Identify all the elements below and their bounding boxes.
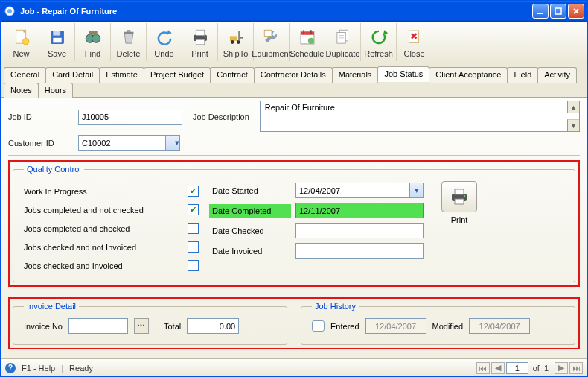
toolbar-label: Refresh [364,49,393,58]
tab-materials[interactable]: Materials [332,67,379,83]
minimize-button[interactable] [532,4,549,19]
pager-first[interactable]: ⏮ [476,362,490,374]
qc-item: Work In Progress [24,186,199,197]
job-desc-text: Repair Of Furniture [265,103,335,112]
find-button[interactable]: Find [75,23,111,61]
undo-button[interactable]: Undo [147,23,182,61]
tab-contract[interactable]: Contract [210,67,255,83]
date-started-label: Date Started [209,184,291,197]
svg-point-1 [7,9,12,13]
schedule-button[interactable]: Schedule [290,23,325,61]
date-checked-label: Date Checked [209,224,291,238]
qc-item-checkbox[interactable] [188,204,199,215]
chevron-down-icon[interactable]: ▾ [409,183,423,197]
qc-item-label: Jobs completed and checked [24,224,188,233]
duplicate-button[interactable]: Duplicate [325,23,361,61]
qc-item-checkbox[interactable] [188,260,199,271]
quality-control-highlight: Quality Control Work In ProgressJobs com… [8,160,580,287]
invoice-history-highlight: Invoice Detail Invoice No ⋯ Total Job Hi… [8,297,580,349]
pager-next[interactable]: ▶ [555,362,568,374]
qc-item-label: Jobs checked and Invoiced [24,262,188,270]
trash-icon [118,27,139,48]
pager-of-label: of [533,364,540,373]
statusbar-help: F1 - Help [22,364,55,373]
qc-item-checkbox[interactable] [188,186,199,197]
refresh-button[interactable]: Refresh [361,23,397,61]
app-icon [4,5,16,17]
svg-point-41 [464,195,465,197]
printer-icon [449,188,470,206]
delete-button[interactable]: Delete [111,23,147,61]
svg-rect-2 [537,13,543,14]
close-doc-icon [404,27,425,48]
toolbar-label: Schedule [290,49,325,58]
print-button[interactable]: Print [182,23,218,61]
invoice-total-input[interactable] [187,318,239,334]
save-button[interactable]: Save [39,23,75,61]
wrench-icon [261,27,282,48]
qc-item-checkbox[interactable] [188,241,199,253]
new-button[interactable]: New [4,23,39,61]
invoice-detail-legend: Invoice Detail [24,302,79,311]
scroll-down-icon[interactable]: ▼ [567,119,579,131]
svg-rect-20 [229,36,237,41]
invoice-no-input[interactable] [68,318,128,334]
tab-content: Job ID Job Description Repair Of Furnitu… [1,98,587,358]
forklift-icon [226,27,246,48]
close-button[interactable]: Close [397,23,432,61]
pager-prev[interactable]: ◀ [491,362,505,374]
toolbar-label: ShipTo [223,49,249,58]
maximize-button[interactable] [550,4,566,19]
customer-id-input[interactable] [78,135,166,151]
svg-rect-25 [264,30,272,36]
tab-strip: GeneralCard DetailEstimateProject Budget… [1,63,587,98]
tab-hours[interactable]: Hours [38,83,73,98]
qc-item-label: Work In Progress [24,187,188,196]
docs-icon [333,27,354,48]
tab-contractor-details[interactable]: Contractor Details [254,67,333,83]
toolbar-label: Undo [154,49,173,58]
tab-job-status[interactable]: Job Status [377,66,429,82]
svg-rect-23 [238,31,240,40]
customer-id-picker[interactable]: ⋯▾ [165,135,180,151]
tab-field[interactable]: Field [507,67,538,83]
shipto-button[interactable]: ShipTo [218,23,254,61]
app-window: Job - Repair Of Furniture NewSaveFindDel… [0,0,588,377]
equipment-button[interactable]: Equipment [254,23,290,61]
date-checked-input[interactable] [295,223,424,238]
tab-project-budget[interactable]: Project Budget [144,67,211,83]
date-invoiced-label: Date Invoiced [209,244,291,258]
statusbar: ? F1 - Help | Ready ⏮ ◀ of 1 ▶ ⏭ [1,358,587,376]
tab-card-detail[interactable]: Card Detail [45,67,100,83]
invoice-detail-group: Invoice Detail Invoice No ⋯ Total [13,302,287,345]
date-completed-input[interactable]: 12/11/2007 [295,203,424,218]
svg-rect-39 [455,189,464,194]
tab-activity[interactable]: Activity [537,67,577,83]
job-desc-input[interactable]: Repair Of Furniture ▲ ▼ [260,101,580,132]
pager-current[interactable] [506,362,528,374]
tab-estimate[interactable]: Estimate [99,67,144,83]
help-icon[interactable]: ? [5,363,16,373]
window-controls [532,4,584,19]
job-history-checkbox[interactable] [312,320,325,332]
svg-point-19 [204,36,205,37]
qc-print-button[interactable] [441,181,477,212]
qc-item: Jobs checked and not Invoiced [24,241,199,253]
qc-item-checkbox[interactable] [188,223,199,234]
invoice-no-picker[interactable]: ⋯ [134,318,149,334]
entered-label: Entered [330,322,359,331]
date-started-input[interactable]: 12/04/2007 ▾ [295,183,424,198]
qc-item: Jobs completed and checked [24,223,199,234]
pager-last[interactable]: ⏭ [569,362,583,374]
date-invoiced-input[interactable] [295,243,424,259]
window-close-button[interactable] [568,4,584,19]
qc-status-list: Work In ProgressJobs completed and not c… [24,181,199,271]
scroll-up-icon[interactable]: ▲ [567,101,579,113]
svg-rect-24 [239,37,243,39]
svg-point-7 [22,38,28,44]
job-id-input[interactable] [78,110,182,125]
tab-notes[interactable]: Notes [4,83,39,98]
tab-general[interactable]: General [4,67,46,83]
printer-icon [190,27,211,48]
tab-client-acceptance[interactable]: Client Acceptance [429,67,508,83]
